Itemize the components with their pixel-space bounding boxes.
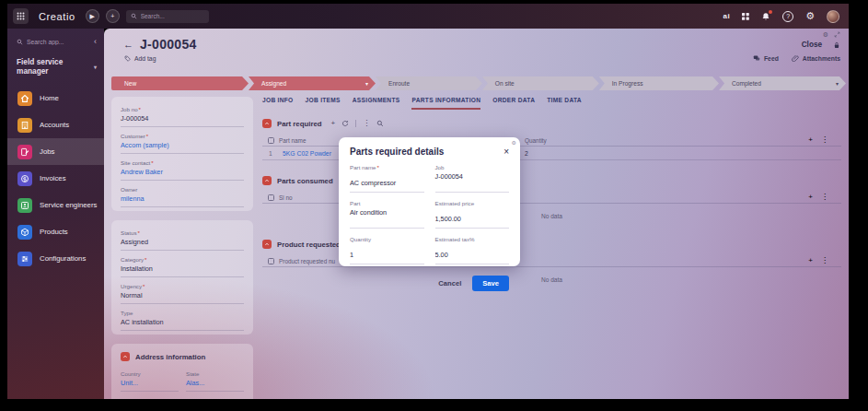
- app-search-input[interactable]: [27, 39, 86, 45]
- collapse-section-icon[interactable]: [262, 119, 272, 128]
- app-window: Creatio ▶ + ai ? ⚙: [7, 4, 849, 399]
- modal-field-job: Job J-000054: [435, 164, 510, 193]
- more-options-icon[interactable]: ⋮: [363, 120, 370, 127]
- field-status[interactable]: Status* Assigned: [121, 227, 244, 251]
- building-icon: [17, 118, 32, 133]
- expand-icon[interactable]: [834, 31, 840, 38]
- tab-order-data[interactable]: ORDER DATA: [492, 97, 535, 110]
- tab-time-data[interactable]: TIME DATA: [547, 97, 582, 110]
- quantity-input[interactable]: [350, 251, 424, 259]
- estimated-tax-input[interactable]: [435, 251, 510, 259]
- app-search[interactable]: ‹: [7, 34, 104, 53]
- select-all-checkbox[interactable]: [268, 194, 274, 201]
- sidebar-item-products[interactable]: Products: [7, 218, 104, 245]
- back-button[interactable]: ←: [123, 40, 133, 50]
- close-button[interactable]: Close: [802, 41, 822, 49]
- job-link[interactable]: J-000054: [435, 172, 510, 181]
- user-avatar[interactable]: [827, 10, 839, 23]
- sidebar-item-configurations[interactable]: Configurations: [7, 245, 104, 272]
- marketplace-apps-icon[interactable]: [742, 13, 749, 20]
- job-status-fields-card: Status* Assigned Category* Installation …: [111, 220, 253, 335]
- tab-bar: JOB INFO JOB ITEMS ASSIGNMENTS PARTS INF…: [262, 97, 841, 110]
- add-tag-button[interactable]: Add tag: [124, 55, 156, 62]
- product-box-icon: [17, 225, 32, 240]
- field-owner[interactable]: Owner milenna: [121, 183, 244, 207]
- collapse-section-icon[interactable]: [262, 240, 272, 249]
- divider: [355, 120, 356, 127]
- field-zip[interactable]: Zip/postal code 90051: [186, 394, 244, 399]
- tab-parts-information[interactable]: PARTS INFORMATION: [411, 97, 480, 110]
- field-site-contact[interactable]: Site contact* Andrew Baker: [121, 157, 244, 181]
- stage-assigned[interactable]: Assigned▾: [249, 76, 376, 90]
- field-customer[interactable]: Customer* Accom (sample): [121, 130, 244, 154]
- help-button[interactable]: ?: [782, 11, 793, 22]
- add-row-icon[interactable]: +: [808, 257, 813, 264]
- select-all-checkbox[interactable]: [268, 137, 274, 144]
- sidebar-item-accounts[interactable]: Accounts: [7, 112, 104, 138]
- field-type[interactable]: Type AC installation: [121, 307, 244, 331]
- refresh-icon[interactable]: [341, 120, 349, 127]
- country-link[interactable]: Unit...: [121, 379, 179, 387]
- modal-field-part: Part Air condition: [350, 200, 424, 229]
- part-name-input[interactable]: [350, 179, 424, 187]
- field-category[interactable]: Category* Installation: [121, 253, 244, 277]
- app-launcher-icon[interactable]: [13, 8, 29, 24]
- stage-completed[interactable]: Completed▾: [719, 76, 846, 90]
- sidebar-item-jobs[interactable]: Jobs: [7, 138, 104, 165]
- estimated-price-input[interactable]: [435, 215, 510, 223]
- copilot-button[interactable]: ai: [723, 12, 730, 20]
- address-information-card: Address information Country Unit... Stat…: [111, 344, 253, 399]
- add-row-icon[interactable]: +: [808, 136, 813, 144]
- collapse-section-icon[interactable]: [262, 176, 272, 185]
- search-icon[interactable]: [376, 120, 384, 127]
- field-urgency[interactable]: Urgency* Normal: [121, 280, 244, 304]
- part-required-section-header: Part required + ⋮: [262, 118, 841, 129]
- workplace-selector[interactable]: Field service manager ▾: [7, 53, 104, 85]
- collapse-section-icon[interactable]: [121, 352, 130, 361]
- tab-assignments[interactable]: ASSIGNMENTS: [353, 97, 400, 110]
- cancel-button[interactable]: Cancel: [438, 279, 461, 288]
- run-process-button[interactable]: ▶: [86, 9, 99, 23]
- state-link[interactable]: Alas...: [186, 379, 244, 387]
- customer-link[interactable]: Accom (sample): [121, 141, 244, 149]
- add-part-required-button[interactable]: +: [331, 120, 336, 127]
- select-all-checkbox[interactable]: [268, 258, 274, 264]
- field-job-no[interactable]: Job no* J-000054: [121, 103, 244, 127]
- tab-job-info[interactable]: JOB INFO: [262, 97, 294, 110]
- settings-gear-icon[interactable]: ⚙: [805, 11, 815, 21]
- stage-new[interactable]: New: [111, 76, 249, 90]
- site-contact-link[interactable]: Andrew Baker: [121, 168, 244, 176]
- collapse-sidebar-icon[interactable]: ‹: [94, 38, 97, 46]
- attachments-button[interactable]: Attachments: [792, 54, 840, 62]
- stage-caret-icon: ▾: [830, 80, 839, 87]
- sidebar-item-service-engineers[interactable]: Service engineers: [7, 192, 104, 218]
- record-settings-gear-icon[interactable]: ⚙: [823, 31, 828, 38]
- sidebar-item-invoices[interactable]: Invoices: [7, 165, 104, 192]
- engineer-badge-icon: [17, 198, 32, 213]
- stage-on-site[interactable]: On site: [482, 76, 599, 90]
- add-row-icon[interactable]: +: [808, 194, 813, 201]
- notifications-bell-icon[interactable]: [761, 12, 770, 21]
- owner-link[interactable]: milenna: [121, 194, 244, 203]
- stage-enroute[interactable]: Enroute: [376, 76, 482, 90]
- more-options-icon[interactable]: ⋮: [821, 136, 828, 144]
- save-button[interactable]: Save: [472, 276, 509, 291]
- global-search-input[interactable]: [141, 13, 205, 19]
- part-name-link[interactable]: 5KG C02 Powder: [283, 150, 331, 157]
- tab-job-items[interactable]: JOB ITEMS: [306, 97, 341, 110]
- page-title: J-000054: [140, 37, 197, 52]
- field-city[interactable]: City Jun...: [121, 394, 179, 399]
- more-options-icon[interactable]: ⋮: [821, 194, 828, 201]
- sidebar: ‹ Field service manager ▾ Home Accounts …: [7, 29, 104, 399]
- close-icon[interactable]: ×: [503, 147, 509, 157]
- quick-add-button[interactable]: +: [106, 9, 120, 23]
- field-country[interactable]: Country Unit...: [121, 368, 179, 392]
- modal-settings-gear-icon[interactable]: ⚙: [512, 139, 516, 146]
- more-options-icon[interactable]: ⋮: [821, 257, 828, 264]
- feed-button[interactable]: Feed: [753, 54, 779, 62]
- field-state[interactable]: State Alas...: [186, 368, 244, 392]
- sidebar-item-home[interactable]: Home: [7, 85, 104, 112]
- part-link[interactable]: Air condition: [350, 208, 424, 217]
- global-search[interactable]: [126, 10, 209, 23]
- stage-in-progress[interactable]: In Progress: [599, 76, 719, 90]
